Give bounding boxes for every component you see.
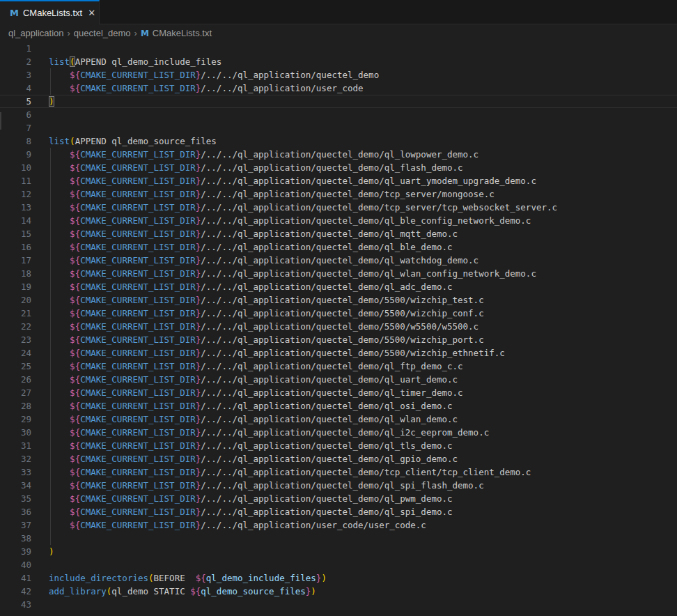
code-line[interactable]: 18 ${CMAKE_CURRENT_LIST_DIR}/../../ql_ap… xyxy=(0,267,677,280)
code-editor[interactable]: 12list(APPEND ql_demo_include_files3 ${C… xyxy=(0,42,677,616)
line-number[interactable]: 20 xyxy=(0,293,31,307)
code-line[interactable]: 21 ${CMAKE_CURRENT_LIST_DIR}/../../ql_ap… xyxy=(0,307,677,320)
line-number[interactable]: 4 xyxy=(0,82,31,95)
line-number[interactable]: 24 xyxy=(0,346,31,360)
code-line[interactable]: 24 ${CMAKE_CURRENT_LIST_DIR}/../../ql_ap… xyxy=(0,346,677,360)
line-number[interactable]: 7 xyxy=(0,121,31,134)
line-number[interactable]: 14 xyxy=(0,214,31,227)
line-number[interactable]: 42 xyxy=(0,585,31,598)
line-number[interactable]: 33 xyxy=(0,465,31,479)
line-number[interactable]: 41 xyxy=(0,571,31,585)
code-line[interactable]: 34 ${CMAKE_CURRENT_LIST_DIR}/../../ql_ap… xyxy=(0,479,677,492)
line-number[interactable]: 30 xyxy=(0,426,31,439)
code-token: ${ xyxy=(70,361,80,371)
line-number[interactable]: 40 xyxy=(0,558,31,571)
tab-cmakelists[interactable]: M CMakeLists.txt ✕ xyxy=(0,0,100,24)
breadcrumb-item-file[interactable]: CMakeLists.txt xyxy=(153,28,212,38)
code-line[interactable]: 28 ${CMAKE_CURRENT_LIST_DIR}/../../ql_ap… xyxy=(0,399,677,413)
line-number[interactable]: 39 xyxy=(0,545,31,558)
line-number[interactable]: 19 xyxy=(0,280,31,293)
line-number[interactable]: 27 xyxy=(0,386,31,399)
code-line[interactable]: 16 ${CMAKE_CURRENT_LIST_DIR}/../../ql_ap… xyxy=(0,240,677,254)
line-number[interactable]: 22 xyxy=(0,320,31,333)
code-line[interactable]: 5) xyxy=(0,95,677,108)
code-line[interactable]: 30 ${CMAKE_CURRENT_LIST_DIR}/../../ql_ap… xyxy=(0,426,677,439)
line-number[interactable]: 31 xyxy=(0,439,31,452)
code-line[interactable]: 1 xyxy=(0,42,677,55)
code-line[interactable]: 7 xyxy=(0,121,677,134)
line-number[interactable]: 13 xyxy=(0,201,31,214)
code-line[interactable]: 27 ${CMAKE_CURRENT_LIST_DIR}/../../ql_ap… xyxy=(0,386,677,399)
line-number[interactable]: 3 xyxy=(0,68,31,82)
code-line[interactable]: 38 xyxy=(0,532,677,545)
line-number[interactable]: 1 xyxy=(0,42,31,55)
line-number[interactable]: 6 xyxy=(0,108,31,121)
code-token: ${ xyxy=(70,467,80,477)
code-line[interactable]: 11 ${CMAKE_CURRENT_LIST_DIR}/../../ql_ap… xyxy=(0,174,677,187)
line-number[interactable]: 16 xyxy=(0,240,31,254)
code-line[interactable]: 26 ${CMAKE_CURRENT_LIST_DIR}/../../ql_ap… xyxy=(0,373,677,386)
line-number[interactable]: 34 xyxy=(0,479,31,492)
line-number[interactable]: 32 xyxy=(0,452,31,465)
line-number[interactable]: 29 xyxy=(0,413,31,426)
code-line[interactable]: 33 ${CMAKE_CURRENT_LIST_DIR}/../../ql_ap… xyxy=(0,465,677,479)
line-number[interactable]: 5 xyxy=(0,95,31,107)
code-line[interactable]: 42add_library(ql_demo STATIC ${ql_demo_s… xyxy=(0,585,677,598)
code-text: ${CMAKE_CURRENT_LIST_DIR}/../../ql_appli… xyxy=(49,254,478,267)
line-number[interactable]: 36 xyxy=(0,505,31,518)
code-line[interactable]: 4 ${CMAKE_CURRENT_LIST_DIR}/../../ql_app… xyxy=(0,82,677,95)
code-line[interactable]: 25 ${CMAKE_CURRENT_LIST_DIR}/../../ql_ap… xyxy=(0,360,677,373)
code-token: CMAKE_CURRENT_LIST_DIR xyxy=(80,387,196,398)
code-line[interactable]: 13 ${CMAKE_CURRENT_LIST_DIR}/../../ql_ap… xyxy=(0,201,677,214)
line-number[interactable]: 2 xyxy=(0,55,31,68)
breadcrumb-item-quectel-demo[interactable]: quectel_demo xyxy=(74,28,131,38)
code-token: list xyxy=(49,56,70,67)
code-line[interactable]: 29 ${CMAKE_CURRENT_LIST_DIR}/../../ql_ap… xyxy=(0,413,677,426)
code-line[interactable]: 12 ${CMAKE_CURRENT_LIST_DIR}/../../ql_ap… xyxy=(0,187,677,201)
code-line[interactable]: 3 ${CMAKE_CURRENT_LIST_DIR}/../../ql_app… xyxy=(0,68,677,82)
line-number[interactable]: 11 xyxy=(0,174,31,187)
code-line[interactable]: 8list(APPEND ql_demo_source_files xyxy=(0,134,677,148)
code-line[interactable]: 35 ${CMAKE_CURRENT_LIST_DIR}/../../ql_ap… xyxy=(0,492,677,505)
code-line[interactable]: 39) xyxy=(0,545,677,558)
line-number[interactable]: 18 xyxy=(0,267,31,280)
breadcrumb-item-ql-application[interactable]: ql_application xyxy=(8,28,64,38)
line-number[interactable]: 12 xyxy=(0,187,31,201)
code-line[interactable]: 15 ${CMAKE_CURRENT_LIST_DIR}/../../ql_ap… xyxy=(0,227,677,240)
code-line[interactable]: 10 ${CMAKE_CURRENT_LIST_DIR}/../../ql_ap… xyxy=(0,161,677,174)
code-line[interactable]: 9 ${CMAKE_CURRENT_LIST_DIR}/../../ql_app… xyxy=(0,148,677,161)
line-number[interactable]: 9 xyxy=(0,148,31,161)
code-line[interactable]: 17 ${CMAKE_CURRENT_LIST_DIR}/../../ql_ap… xyxy=(0,254,677,267)
line-number[interactable]: 23 xyxy=(0,333,31,346)
close-tab-icon[interactable]: ✕ xyxy=(86,7,97,19)
code-line[interactable]: 31 ${CMAKE_CURRENT_LIST_DIR}/../../ql_ap… xyxy=(0,439,677,452)
code-line[interactable]: 40 xyxy=(0,558,677,571)
line-number[interactable]: 17 xyxy=(0,254,31,267)
code-line[interactable]: 6 xyxy=(0,108,677,121)
line-number[interactable]: 35 xyxy=(0,492,31,505)
line-number[interactable]: 25 xyxy=(0,360,31,373)
line-number[interactable]: 15 xyxy=(0,227,31,240)
line-number[interactable]: 37 xyxy=(0,518,31,532)
code-line[interactable]: 23 ${CMAKE_CURRENT_LIST_DIR}/../../ql_ap… xyxy=(0,333,677,346)
code-line[interactable]: 37 ${CMAKE_CURRENT_LIST_DIR}/../../ql_ap… xyxy=(0,518,677,532)
code-line[interactable]: 22 ${CMAKE_CURRENT_LIST_DIR}/../../ql_ap… xyxy=(0,320,677,333)
code-token: CMAKE_CURRENT_LIST_DIR xyxy=(80,414,196,424)
code-text: ${CMAKE_CURRENT_LIST_DIR}/../../ql_appli… xyxy=(49,307,484,320)
line-number[interactable]: 38 xyxy=(0,532,31,545)
code-line[interactable]: 43 xyxy=(0,598,677,611)
code-line[interactable]: 19 ${CMAKE_CURRENT_LIST_DIR}/../../ql_ap… xyxy=(0,280,677,293)
code-line[interactable]: 32 ${CMAKE_CURRENT_LIST_DIR}/../../ql_ap… xyxy=(0,452,677,465)
code-line[interactable]: 14 ${CMAKE_CURRENT_LIST_DIR}/../../ql_ap… xyxy=(0,214,677,227)
code-line[interactable]: 2list(APPEND ql_demo_include_files xyxy=(0,55,677,68)
line-number[interactable]: 10 xyxy=(0,161,31,174)
code-line[interactable]: 20 ${CMAKE_CURRENT_LIST_DIR}/../../ql_ap… xyxy=(0,293,677,307)
line-number[interactable]: 8 xyxy=(0,134,31,148)
line-number[interactable]: 21 xyxy=(0,307,31,320)
code-token: /../../ql_application/quectel_demo/ql_wl… xyxy=(201,268,536,279)
line-number[interactable]: 26 xyxy=(0,373,31,386)
line-number[interactable]: 28 xyxy=(0,399,31,413)
code-line[interactable]: 41include_directories(BEFORE ${ql_demo_i… xyxy=(0,571,677,585)
line-number[interactable]: 43 xyxy=(0,598,31,611)
code-line[interactable]: 36 ${CMAKE_CURRENT_LIST_DIR}/../../ql_ap… xyxy=(0,505,677,518)
